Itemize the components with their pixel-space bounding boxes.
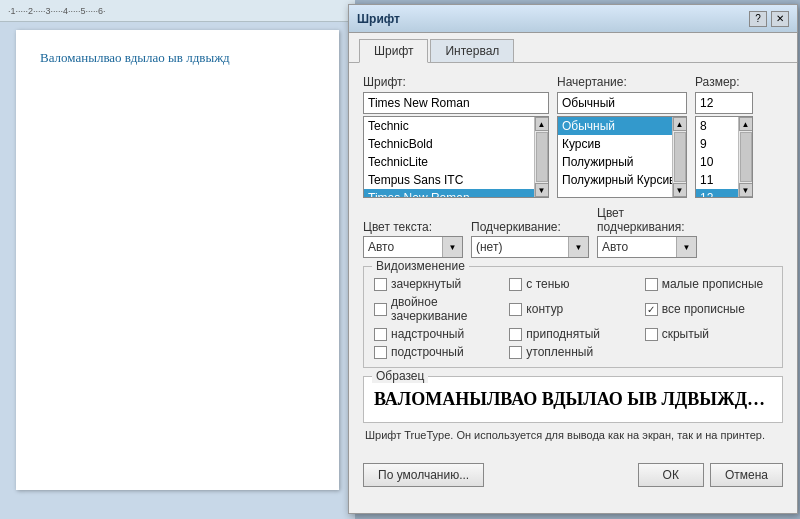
checkbox-row: контур — [509, 295, 636, 323]
font-dialog: Шрифт ? ✕ Шрифт Интервал Шрифт: Начертан… — [348, 4, 798, 514]
checkbox-row: утопленный — [509, 345, 636, 359]
checkbox-row: малые прописные — [645, 277, 772, 291]
document-page: Валоманылвао вдылао ыв лдвыжд — [16, 30, 339, 490]
font-scrollbar[interactable]: ▲ ▼ — [534, 117, 548, 197]
font-list-item[interactable]: Times New Roman — [364, 189, 548, 197]
underline-color-dropdown[interactable]: Авто ▼ — [597, 236, 697, 258]
style-list-item[interactable]: Полужирный — [558, 153, 686, 171]
font-style-area: ОбычныйКурсивПолужирныйПолужирный Курсив… — [557, 92, 687, 198]
cancel-button[interactable]: Отмена — [710, 463, 783, 487]
size-input[interactable] — [695, 92, 753, 114]
style-scroll-up[interactable]: ▲ — [673, 117, 687, 131]
font-list-container: TechnicTechnicBoldTechnicLiteTempus Sans… — [363, 116, 549, 198]
size-scrollbar[interactable]: ▲ ▼ — [738, 117, 752, 197]
doc-content: Валоманылвао вдылао ыв лдвыжд — [40, 50, 230, 65]
close-button[interactable]: ✕ — [771, 11, 789, 27]
checkbox[interactable] — [645, 278, 658, 291]
checkbox[interactable] — [374, 346, 387, 359]
checkbox[interactable] — [509, 303, 522, 316]
dialog-title: Шрифт — [357, 12, 400, 26]
style-input[interactable] — [557, 92, 687, 114]
tab-font[interactable]: Шрифт — [359, 39, 428, 63]
tabs-bar: Шрифт Интервал — [349, 33, 797, 63]
sample-text: ВАЛОМАНЫЛВАО ВДЫЛАО ЫВ ЛДВЫЖДАЛ ПЫЖВД — [374, 389, 772, 410]
checkbox-label: подстрочный — [391, 345, 464, 359]
underline-color-value: Авто — [598, 240, 676, 254]
checkbox-row: зачеркнутый — [374, 277, 501, 291]
font-name-area: TechnicTechnicBoldTechnicLiteTempus Sans… — [363, 92, 549, 198]
effects-label: Видоизменение — [372, 259, 469, 273]
ok-cancel-group: ОК Отмена — [638, 463, 783, 487]
ok-button[interactable]: ОК — [638, 463, 704, 487]
document-text: Валоманылвао вдылао ыв лдвыжд — [40, 50, 315, 66]
font-name-input[interactable] — [363, 92, 549, 114]
checkbox-row: скрытый — [645, 327, 772, 341]
font-headers-row: Шрифт: Начертание: Размер: — [363, 75, 783, 89]
text-color-dropdown[interactable]: Авто ▼ — [363, 236, 463, 258]
sample-label: Образец — [372, 369, 428, 383]
checkbox-label: малые прописные — [662, 277, 764, 291]
dialog-content: Шрифт: Начертание: Размер: TechnicTechni… — [349, 63, 797, 459]
checkbox[interactable] — [645, 328, 658, 341]
checkbox-row: приподнятый — [509, 327, 636, 341]
scroll-thumb[interactable] — [536, 132, 548, 182]
underline-color-arrow[interactable]: ▼ — [676, 237, 696, 257]
size-col-label: Размер: — [695, 75, 755, 89]
dialog-footer: По умолчанию... ОК Отмена — [349, 459, 797, 495]
truetype-note: Шрифт TrueType. Он используется для выво… — [363, 429, 783, 441]
default-button[interactable]: По умолчанию... — [363, 463, 484, 487]
checkbox-label: двойное зачеркивание — [391, 295, 501, 323]
checkbox[interactable] — [509, 346, 522, 359]
help-button[interactable]: ? — [749, 11, 767, 27]
checkbox-row: с тенью — [509, 277, 636, 291]
size-list-container: 89101112 ▲ ▼ — [695, 116, 753, 198]
color-underline-row: Цвет текста: Авто ▼ Подчеркивание: (нет)… — [363, 206, 783, 258]
checkbox-label: с тенью — [526, 277, 569, 291]
size-scroll-up[interactable]: ▲ — [739, 117, 753, 131]
checkbox-label: скрытый — [662, 327, 709, 341]
checkbox[interactable] — [509, 328, 522, 341]
checkbox-row: все прописные — [645, 295, 772, 323]
size-scroll-thumb[interactable] — [740, 132, 752, 182]
checkbox[interactable] — [509, 278, 522, 291]
text-color-value: Авто — [364, 240, 442, 254]
scroll-up-arrow[interactable]: ▲ — [535, 117, 549, 131]
font-main-row: TechnicTechnicBoldTechnicLiteTempus Sans… — [363, 92, 783, 198]
scroll-down-arrow[interactable]: ▼ — [535, 183, 549, 197]
dialog-controls: ? ✕ — [749, 11, 789, 27]
text-color-arrow[interactable]: ▼ — [442, 237, 462, 257]
style-scroll-down[interactable]: ▼ — [673, 183, 687, 197]
style-col-label: Начертание: — [557, 75, 687, 89]
style-scroll-thumb[interactable] — [674, 132, 686, 182]
checkbox-label: зачеркнутый — [391, 277, 461, 291]
checkbox-row: подстрочный — [374, 345, 501, 359]
checkbox[interactable] — [645, 303, 658, 316]
effects-section: Видоизменение зачеркнутыйс теньюмалые пр… — [363, 266, 783, 368]
style-scrollbar[interactable]: ▲ ▼ — [672, 117, 686, 197]
checkbox[interactable] — [374, 303, 387, 316]
font-list-item[interactable]: Technic — [364, 117, 548, 135]
document-background: ·1·····2·····3·····4·····5·····6· Валома… — [0, 0, 355, 519]
style-list: ОбычныйКурсивПолужирныйПолужирный Курсив — [558, 117, 686, 197]
underline-color-group: Цвет подчеркивания: Авто ▼ — [597, 206, 697, 258]
size-scroll-down[interactable]: ▼ — [739, 183, 753, 197]
style-list-item[interactable]: Курсив — [558, 135, 686, 153]
tab-interval[interactable]: Интервал — [430, 39, 514, 62]
checkbox[interactable] — [374, 278, 387, 291]
ruler: ·1·····2·····3·····4·····5·····6· — [0, 0, 355, 22]
font-list-item[interactable]: TechnicBold — [364, 135, 548, 153]
sample-content: ВАЛОМАНЫЛВАО ВДЫЛАО ЫВ ЛДВЫЖДАЛ ПЫЖВД — [364, 377, 782, 422]
checkbox-row: двойное зачеркивание — [374, 295, 501, 323]
font-list-item[interactable]: Tempus Sans ITC — [364, 171, 548, 189]
effects-grid: зачеркнутыйс теньюмалые прописныедвойное… — [374, 277, 772, 359]
checkbox-label: контур — [526, 302, 563, 316]
checkbox-row: надстрочный — [374, 327, 501, 341]
style-list-item[interactable]: Обычный — [558, 117, 686, 135]
font-list-item[interactable]: TechnicLite — [364, 153, 548, 171]
underline-arrow[interactable]: ▼ — [568, 237, 588, 257]
checkbox[interactable] — [374, 328, 387, 341]
text-color-group: Цвет текста: Авто ▼ — [363, 220, 463, 258]
style-list-item[interactable]: Полужирный Курсив — [558, 171, 686, 189]
underline-dropdown[interactable]: (нет) ▼ — [471, 236, 589, 258]
underline-group: Подчеркивание: (нет) ▼ — [471, 220, 589, 258]
